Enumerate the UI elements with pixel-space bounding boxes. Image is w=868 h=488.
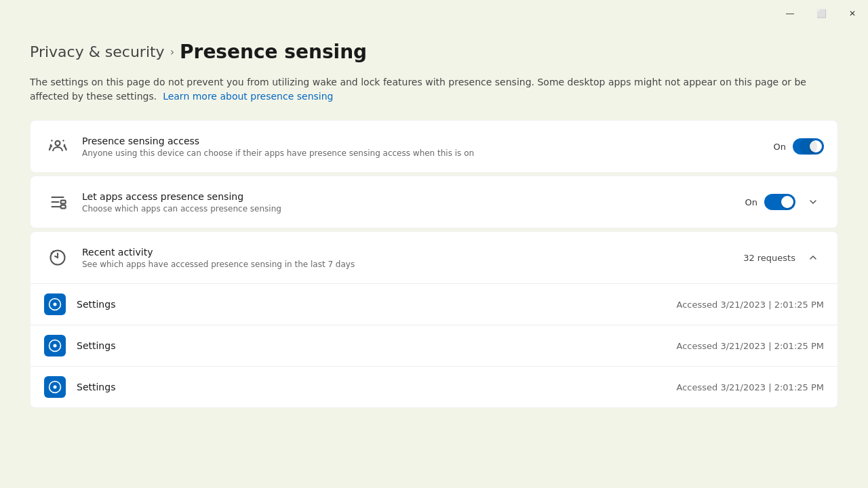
svg-point-9 (54, 303, 57, 306)
main-window: — ⬜ ✕ Privacy & security › Presence sens… (0, 0, 868, 488)
title-bar: — ⬜ ✕ (0, 0, 868, 27)
settings-app-icon-3 (44, 376, 66, 398)
page-description: The settings on this page do not prevent… (30, 75, 830, 104)
apps-toggle-thumb (781, 196, 793, 208)
page-title: Presence sensing (180, 41, 367, 63)
app-name-3: Settings (77, 382, 666, 392)
svg-rect-6 (61, 201, 66, 204)
description-text: The settings on this page do not prevent… (30, 77, 806, 102)
app-name-2: Settings (77, 340, 666, 351)
recent-activity-card: Recent activity See which apps have acce… (30, 231, 838, 408)
activity-list-item: Settings Accessed 3/21/2023 | 2:01:25 PM (31, 366, 837, 407)
activity-list-item: Settings Accessed 3/21/2023 | 2:01:25 PM (31, 325, 837, 366)
activity-text: Recent activity See which apps have acce… (82, 247, 732, 269)
svg-point-13 (54, 386, 57, 389)
page-content: Privacy & security › Presence sensing Th… (0, 27, 868, 424)
minimize-button[interactable]: — (774, 0, 806, 27)
activity-header: Recent activity See which apps have acce… (31, 232, 837, 283)
app-name-1: Settings (77, 299, 666, 310)
presence-access-state-label: On (774, 142, 786, 152)
settings-app-icon-2 (44, 335, 66, 357)
toggle-thumb (810, 140, 822, 152)
activity-title: Recent activity (82, 247, 732, 258)
presence-access-text: Presence sensing access Anyone using thi… (82, 136, 763, 158)
presence-access-icon (44, 133, 71, 160)
settings-app-icon-1 (44, 293, 66, 315)
apps-access-card: Let apps access presence sensing Choose … (30, 176, 838, 228)
activity-list-item: Settings Accessed 3/21/2023 | 2:01:25 PM (31, 283, 837, 325)
access-time-2: Accessed 3/21/2023 | 2:01:25 PM (677, 341, 825, 351)
breadcrumb-chevron-icon: › (170, 45, 174, 58)
close-button[interactable]: ✕ (837, 0, 868, 27)
presence-access-toggle[interactable] (793, 138, 824, 155)
apps-access-control: On (745, 191, 824, 213)
apps-access-toggle[interactable] (764, 194, 795, 210)
apps-access-state-label: On (745, 197, 757, 207)
activity-subtitle: See which apps have accessed presence se… (82, 260, 732, 269)
breadcrumb-parent-link[interactable]: Privacy & security (30, 43, 165, 60)
svg-line-2 (63, 140, 64, 142)
apps-access-subtitle: Choose which apps can access presence se… (82, 204, 734, 214)
requests-count-badge: 32 requests (743, 253, 795, 263)
presence-access-control: On (774, 138, 824, 155)
presence-access-title: Presence sensing access (82, 136, 763, 146)
svg-point-11 (54, 344, 57, 348)
activity-icon (44, 244, 71, 271)
apps-access-icon (44, 188, 71, 216)
svg-point-0 (56, 141, 60, 146)
svg-rect-7 (61, 205, 66, 209)
apps-access-text: Let apps access presence sensing Choose … (82, 191, 734, 214)
presence-sensing-access-card: Presence sensing access Anyone using thi… (30, 120, 838, 173)
breadcrumb: Privacy & security › Presence sensing (30, 41, 838, 63)
apps-access-expand-button[interactable] (802, 191, 824, 213)
maximize-button[interactable]: ⬜ (806, 0, 837, 27)
access-time-1: Accessed 3/21/2023 | 2:01:25 PM (677, 300, 825, 310)
apps-access-title: Let apps access presence sensing (82, 191, 734, 202)
activity-collapse-button[interactable] (802, 247, 824, 268)
activity-control: 32 requests (743, 247, 824, 268)
access-time-3: Accessed 3/21/2023 | 2:01:25 PM (677, 382, 825, 392)
learn-more-link[interactable]: Learn more about presence sensing (163, 91, 333, 102)
presence-access-subtitle: Anyone using this device can choose if t… (82, 148, 763, 158)
svg-line-1 (52, 140, 53, 142)
